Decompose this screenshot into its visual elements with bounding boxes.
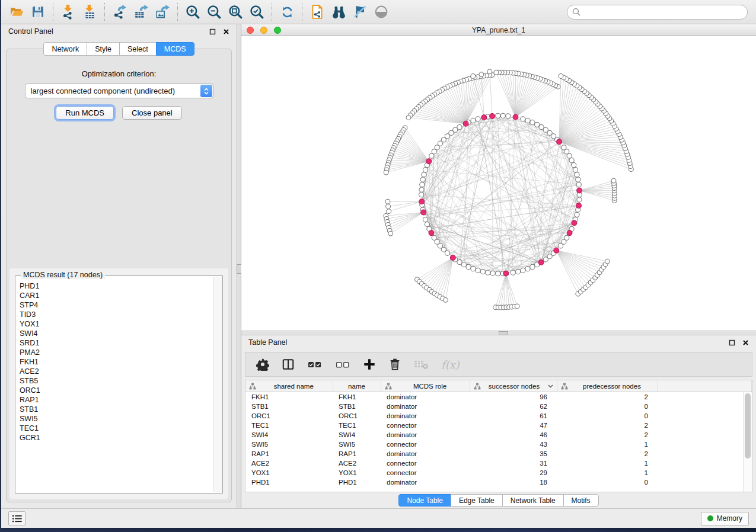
table-row[interactable]: FKH1FKH1dominator962 — [245, 392, 752, 402]
table-row[interactable]: RAP1RAP1dominator352 — [245, 449, 752, 459]
mcds-result-item[interactable]: PMA2 — [16, 348, 213, 357]
network-search-box[interactable] — [567, 5, 748, 20]
column-header-mcds-role[interactable]: MCDS role — [381, 380, 470, 392]
table-panel-header: Table Panel — [241, 335, 756, 350]
save-session-button[interactable] — [27, 2, 49, 22]
column-header-name[interactable]: name — [333, 380, 381, 392]
import-network-button[interactable] — [58, 2, 79, 22]
table-row[interactable]: PHD1PHD1dominator180 — [245, 477, 752, 487]
create-column-button[interactable] — [363, 356, 376, 373]
close-panel-button[interactable]: Close panel — [122, 106, 182, 120]
zoom-selected-button[interactable] — [246, 2, 267, 22]
mcds-result-item[interactable]: SRD1 — [16, 338, 213, 348]
export-network-file-button[interactable] — [307, 2, 328, 22]
export-image-button[interactable] — [152, 2, 173, 22]
toolbar-separator — [302, 3, 302, 21]
table-row[interactable]: ORC1ORC1dominator610 — [245, 411, 752, 421]
tab-mcds[interactable]: MCDS — [156, 42, 194, 56]
zoom-fit-button[interactable] — [225, 2, 246, 22]
task-history-button[interactable] — [8, 511, 25, 525]
tab-edge-table[interactable]: Edge Table — [451, 494, 503, 507]
table-cell: TEC1 — [333, 421, 381, 430]
tab-select[interactable]: Select — [119, 42, 157, 56]
network-canvas[interactable] — [241, 36, 756, 331]
combo-stepper[interactable] — [200, 85, 212, 97]
table-row[interactable]: SWI5SWI5connector431 — [245, 440, 752, 449]
table-row[interactable]: STB1STB1dominator620 — [245, 402, 752, 411]
network-graph[interactable] — [241, 36, 756, 331]
mcds-result-item[interactable]: TID3 — [16, 310, 213, 319]
mcds-result-item[interactable]: GCR1 — [16, 433, 213, 443]
table-row[interactable]: SWI4SWI4dominator462 — [245, 430, 752, 440]
float-panel-icon[interactable] — [729, 339, 735, 346]
table-cell: 29 — [470, 468, 557, 477]
mcds-result-item[interactable]: STB1 — [16, 405, 213, 414]
column-settings-button[interactable] — [256, 356, 269, 373]
table-row[interactable]: ACE2ACE2connector311 — [245, 459, 752, 468]
table-cell: 18 — [470, 477, 557, 487]
mcds-result-item[interactable]: SWI4 — [16, 329, 213, 338]
column-header-predecessor-nodes[interactable]: predecessor nodes — [557, 380, 658, 392]
splitter-handle[interactable] — [499, 331, 508, 335]
unselect-all-columns-button[interactable] — [335, 356, 350, 373]
mcds-result-item[interactable]: PHD1 — [16, 281, 213, 291]
run-mcds-button[interactable]: Run MCDS — [56, 106, 114, 120]
mcds-result-item[interactable]: FKH1 — [16, 357, 213, 367]
mcds-result-list[interactable]: PHD1CAR1STP4TID3YOX1SWI4SRD1PMA2FKH1ACE2… — [16, 281, 213, 492]
vertical-splitter[interactable] — [237, 24, 241, 508]
window-zoom-button[interactable] — [274, 27, 281, 34]
window-close-button[interactable] — [247, 27, 254, 34]
show-hide-button[interactable] — [371, 2, 392, 22]
first-neighbors-button[interactable] — [328, 2, 349, 22]
delete-column-button[interactable] — [388, 356, 401, 373]
export-table-button[interactable] — [130, 2, 152, 22]
mcds-result-item[interactable]: TEC1 — [16, 424, 213, 433]
search-input[interactable] — [583, 7, 742, 17]
tab-network-table[interactable]: Network Table — [502, 494, 564, 507]
mcds-result-item[interactable]: ACE2 — [16, 367, 213, 376]
tab-network[interactable]: Network — [43, 42, 87, 56]
export-network-button[interactable] — [109, 2, 130, 22]
table-cell: YOX1 — [333, 468, 381, 477]
open-file-button[interactable] — [6, 2, 27, 22]
zoom-out-button[interactable] — [203, 2, 225, 22]
float-panel-icon[interactable] — [209, 28, 216, 35]
select-all-columns-button[interactable] — [307, 356, 323, 373]
column-browser-button[interactable] — [282, 356, 295, 373]
mcds-list-scrollbar[interactable] — [213, 277, 222, 492]
mcds-result-item[interactable]: YOX1 — [16, 319, 213, 329]
network-window-titlebar[interactable]: YPA_prune.txt_1 — [241, 24, 756, 36]
table-scrollbar[interactable] — [743, 392, 752, 492]
column-header-successor-nodes[interactable]: successor nodes — [470, 380, 557, 392]
table-toolbar: f(x) — [245, 352, 752, 377]
table-row[interactable]: YOX1YOX1connector291 — [245, 468, 752, 477]
window-minimize-button[interactable] — [260, 27, 267, 34]
tab-node-table[interactable]: Node Table — [398, 494, 451, 507]
mcds-result-item[interactable]: RAP1 — [16, 395, 213, 405]
close-panel-icon[interactable] — [223, 28, 229, 35]
refresh-view-button[interactable] — [276, 2, 298, 22]
table-scrollbar-thumb[interactable] — [745, 393, 751, 459]
table-row[interactable]: TEC1TEC1connector472 — [245, 421, 752, 430]
table-cell: dominator — [381, 430, 470, 440]
mcds-result-item[interactable]: SWI5 — [16, 414, 213, 424]
table-cell: SWI5 — [245, 440, 333, 449]
mcds-result-item[interactable]: ORC1 — [16, 386, 213, 395]
toolbar-separator — [177, 3, 178, 21]
optimization-criterion-select[interactable]: largest connected component (undirected) — [25, 84, 213, 98]
table-cell: RAP1 — [245, 449, 333, 459]
close-panel-icon[interactable] — [742, 339, 749, 346]
table-cell: dominator — [381, 477, 470, 487]
mcds-result-item[interactable]: CAR1 — [16, 291, 213, 300]
mcds-result-item[interactable]: STB5 — [16, 376, 213, 386]
zoom-in-button[interactable] — [182, 2, 203, 22]
import-table-button[interactable] — [79, 2, 100, 22]
table-cell: 2 — [557, 421, 658, 430]
column-header-shared-name[interactable]: shared name — [245, 380, 333, 392]
memory-button[interactable]: Memory — [701, 512, 749, 525]
tab-motifs[interactable]: Motifs — [563, 494, 599, 507]
horizontal-splitter[interactable] — [241, 331, 756, 335]
hide-details-button[interactable] — [349, 2, 371, 22]
mcds-result-item[interactable]: STP4 — [16, 300, 213, 310]
tab-style[interactable]: Style — [87, 42, 120, 56]
